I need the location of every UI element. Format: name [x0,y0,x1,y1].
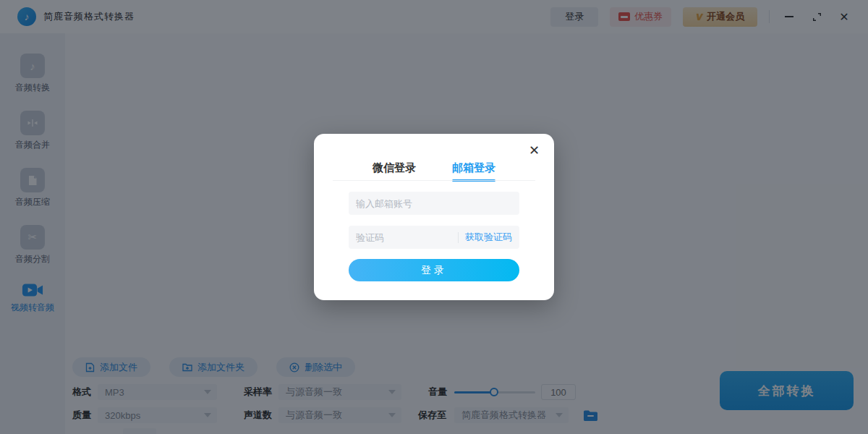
login-modal: ✕ 微信登录 邮箱登录 获取验证码 登录 [314,134,554,300]
code-divider [458,232,459,243]
tab-wechat-login[interactable]: 微信登录 [373,161,416,182]
email-input[interactable] [356,198,512,209]
modal-login-button[interactable]: 登录 [349,259,519,281]
login-tabs: 微信登录 邮箱登录 [314,161,554,182]
verification-code-input[interactable] [356,232,455,243]
tab-email-login[interactable]: 邮箱登录 [452,161,495,182]
tabs-divider [333,180,535,181]
modal-login-label: 登录 [421,264,447,277]
modal-close-button[interactable]: ✕ [529,144,540,157]
get-code-link[interactable]: 获取验证码 [465,231,512,244]
code-field-wrap: 获取验证码 [349,226,519,249]
email-field-wrap [349,192,519,215]
app-window: ♪ 简鹿音频格式转换器 登录 优惠券 V 开通会员 ✕ [0,0,868,434]
